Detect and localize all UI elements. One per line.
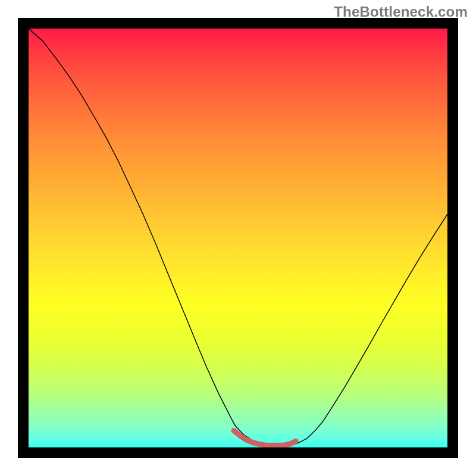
sweet-spot-marker <box>234 431 296 446</box>
chart-frame <box>18 18 458 458</box>
watermark-text: TheBottleneck.com <box>334 4 468 20</box>
chart-curves <box>29 29 447 447</box>
chart-plot-area <box>29 29 447 447</box>
bottleneck-curve <box>29 29 447 446</box>
